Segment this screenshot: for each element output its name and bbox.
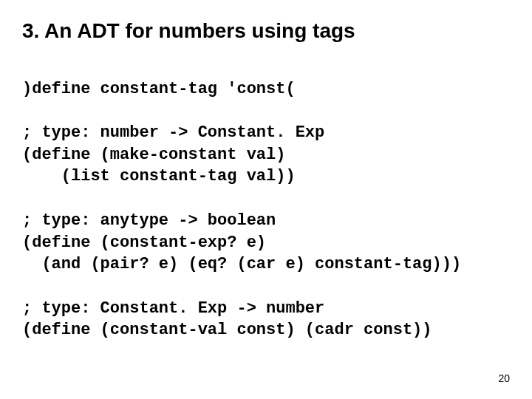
page-number: 20: [498, 372, 510, 384]
code-line: ; type: number -> Constant. Exp: [22, 123, 324, 142]
slide-title: 3. An ADT for numbers using tags: [22, 19, 510, 43]
code-line: (define (constant-exp? e): [22, 233, 266, 252]
code-line: ; type: anytype -> boolean: [22, 211, 276, 230]
code-line: ; type: Constant. Exp -> number: [22, 299, 324, 318]
code-block: )define constant-tag 'const( ; type: num…: [22, 56, 510, 341]
code-line: )define constant-tag 'const(: [22, 80, 296, 98]
code-line: (list constant-tag val)): [22, 167, 296, 185]
code-line: (and (pair? e) (eq? (car e) constant-tag…: [22, 255, 461, 273]
code-line: (define (constant-val const) (cadr const…: [22, 321, 432, 339]
slide-container: 3. An ADT for numbers using tags )define…: [0, 0, 532, 399]
code-line: (define (make-constant val): [22, 146, 285, 164]
